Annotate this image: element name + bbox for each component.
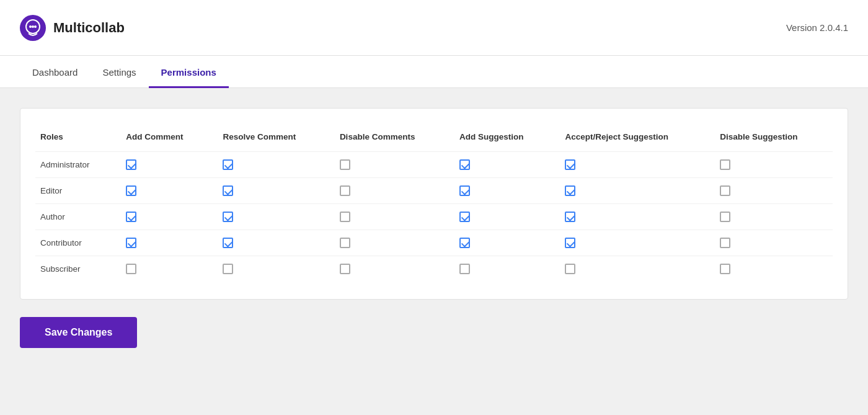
svg-point-3 (32, 25, 34, 28)
checkbox-disable_suggestion-1[interactable] (720, 185, 730, 196)
cell-resolve_comment-0 (213, 152, 329, 178)
cell-accept_reject_suggestion-4 (555, 256, 710, 282)
cell-disable_comments-1 (330, 178, 450, 204)
table-row: Administrator (35, 152, 833, 178)
checkbox-disable_comments-4[interactable] (340, 264, 350, 274)
cell-disable_comments-4 (330, 256, 450, 282)
tab-permissions[interactable]: Permissions (149, 56, 229, 88)
cell-resolve_comment-2 (213, 204, 329, 230)
tab-settings[interactable]: Settings (90, 56, 148, 88)
checkbox-resolve_comment-2[interactable] (223, 212, 233, 222)
checkbox-disable_suggestion-2[interactable] (720, 212, 730, 222)
tab-dashboard[interactable]: Dashboard (20, 56, 90, 88)
cell-accept_reject_suggestion-1 (555, 178, 710, 204)
cell-disable_suggestion-2 (710, 204, 833, 230)
save-changes-button[interactable]: Save Changes (20, 317, 137, 348)
col-header-resolve-comment: Resolve Comment (213, 126, 329, 152)
cell-resolve_comment-3 (213, 230, 329, 256)
cell-accept_reject_suggestion-0 (555, 152, 710, 178)
checkbox-disable_comments-1[interactable] (340, 185, 350, 196)
cell-disable_comments-3 (330, 230, 450, 256)
cell-add_comment-4 (116, 256, 213, 282)
permissions-table: Roles Add Comment Resolve Comment Disabl… (35, 126, 833, 282)
table-header-row: Roles Add Comment Resolve Comment Disabl… (35, 126, 833, 152)
checkbox-accept_reject_suggestion-1[interactable] (565, 185, 575, 196)
table-row: Contributor (35, 230, 833, 256)
checkbox-resolve_comment-4[interactable] (223, 264, 233, 274)
checkbox-add_suggestion-3[interactable] (459, 238, 470, 248)
brand-container: Multicollab (20, 15, 125, 41)
table-row: Editor (35, 178, 833, 204)
cell-resolve_comment-1 (213, 178, 329, 204)
checkbox-resolve_comment-0[interactable] (223, 159, 233, 170)
app-header: Multicollab Version 2.0.4.1 (0, 0, 868, 56)
nav-bar: Dashboard Settings Permissions (0, 56, 868, 88)
table-row: Subscriber (35, 256, 833, 282)
cell-resolve_comment-4 (213, 256, 329, 282)
svg-point-2 (29, 25, 32, 28)
cell-add_suggestion-1 (450, 178, 555, 204)
cell-role-3: Contributor (35, 230, 116, 256)
col-header-roles: Roles (35, 126, 116, 152)
cell-role-0: Administrator (35, 152, 116, 178)
checkbox-add_suggestion-0[interactable] (459, 159, 470, 170)
checkbox-resolve_comment-3[interactable] (223, 238, 233, 248)
checkbox-accept_reject_suggestion-2[interactable] (565, 212, 575, 222)
cell-add_comment-3 (116, 230, 213, 256)
cell-disable_suggestion-4 (710, 256, 833, 282)
cell-accept_reject_suggestion-3 (555, 230, 710, 256)
col-header-add-suggestion: Add Suggestion (450, 126, 555, 152)
checkbox-add_suggestion-1[interactable] (459, 185, 470, 196)
cell-add_suggestion-3 (450, 230, 555, 256)
checkbox-add_comment-3[interactable] (126, 238, 136, 248)
cell-disable_comments-2 (330, 204, 450, 230)
cell-disable_suggestion-0 (710, 152, 833, 178)
cell-add_comment-2 (116, 204, 213, 230)
cell-accept_reject_suggestion-2 (555, 204, 710, 230)
checkbox-add_comment-1[interactable] (126, 185, 136, 196)
checkbox-add_comment-0[interactable] (126, 159, 136, 170)
checkbox-accept_reject_suggestion-0[interactable] (565, 159, 575, 170)
cell-add_comment-0 (116, 152, 213, 178)
checkbox-disable_comments-0[interactable] (340, 159, 350, 170)
permissions-card: Roles Add Comment Resolve Comment Disabl… (20, 108, 848, 300)
multicollab-logo (20, 15, 46, 41)
col-header-accept-reject-suggestion: Accept/Reject Suggestion (555, 126, 710, 152)
col-header-disable-comments: Disable Comments (330, 126, 450, 152)
table-row: Author (35, 204, 833, 230)
cell-role-1: Editor (35, 178, 116, 204)
cell-add_suggestion-4 (450, 256, 555, 282)
cell-disable_comments-0 (330, 152, 450, 178)
cell-disable_suggestion-3 (710, 230, 833, 256)
brand-name: Multicollab (53, 20, 125, 36)
checkbox-add_comment-2[interactable] (126, 212, 136, 222)
checkbox-disable_suggestion-3[interactable] (720, 238, 730, 248)
checkbox-accept_reject_suggestion-3[interactable] (565, 238, 575, 248)
content-area: Roles Add Comment Resolve Comment Disabl… (0, 88, 868, 413)
cell-add_suggestion-0 (450, 152, 555, 178)
cell-role-4: Subscriber (35, 256, 116, 282)
version-label: Version 2.0.4.1 (786, 22, 848, 33)
checkbox-accept_reject_suggestion-4[interactable] (565, 264, 575, 274)
checkbox-disable_suggestion-0[interactable] (720, 159, 730, 170)
cell-add_suggestion-2 (450, 204, 555, 230)
checkbox-add_suggestion-4[interactable] (459, 264, 470, 274)
checkbox-add_suggestion-2[interactable] (459, 212, 470, 222)
col-header-add-comment: Add Comment (116, 126, 213, 152)
cell-disable_suggestion-1 (710, 178, 833, 204)
checkbox-disable_suggestion-4[interactable] (720, 264, 730, 274)
checkbox-disable_comments-3[interactable] (340, 238, 350, 248)
svg-point-4 (34, 25, 37, 28)
cell-add_comment-1 (116, 178, 213, 204)
checkbox-resolve_comment-1[interactable] (223, 185, 233, 196)
checkbox-add_comment-4[interactable] (126, 264, 136, 274)
col-header-disable-suggestion: Disable Suggestion (710, 126, 833, 152)
cell-role-2: Author (35, 204, 116, 230)
checkbox-disable_comments-2[interactable] (340, 212, 350, 222)
